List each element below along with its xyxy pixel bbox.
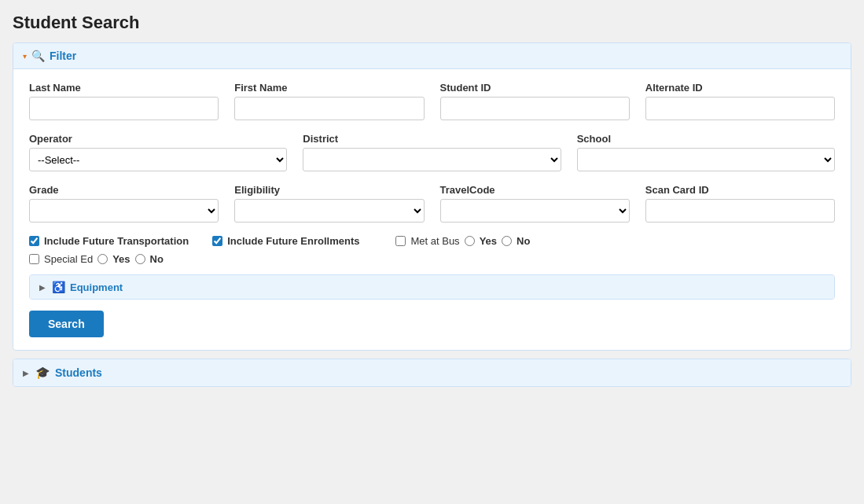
special-ed-yes-group: Yes — [97, 253, 130, 265]
page-title: Student Search — [13, 13, 851, 33]
equipment-chevron-icon: ▶ — [39, 283, 46, 292]
operator-label: Operator — [29, 133, 287, 145]
special-ed-label: Special Ed — [44, 253, 93, 265]
travelcode-group: TravelCode — [440, 184, 630, 223]
last-name-label: Last Name — [29, 82, 219, 94]
filter-chevron-icon: ▾ — [23, 52, 27, 61]
search-button[interactable]: Search — [29, 311, 104, 337]
scan-card-id-group: Scan Card ID — [645, 184, 835, 223]
school-select[interactable] — [577, 148, 835, 171]
met-at-bus-yes-group: Yes — [465, 235, 497, 247]
eligibility-label: Eligibility — [234, 184, 424, 196]
equipment-panel-header[interactable]: ▶ ♿ Equipment — [30, 275, 834, 299]
school-label: School — [577, 133, 835, 145]
met-at-bus-section: Met at Bus Yes No — [395, 235, 530, 247]
alternate-id-input[interactable] — [645, 97, 835, 120]
alternate-id-label: Alternate ID — [645, 82, 835, 94]
district-select[interactable] — [303, 148, 561, 171]
wheelchair-icon: ♿ — [52, 281, 65, 293]
special-ed-checkbox[interactable] — [29, 254, 39, 264]
student-id-label: Student ID — [440, 82, 630, 94]
equipment-panel: ▶ ♿ Equipment — [29, 274, 835, 300]
operator-select[interactable]: --Select-- — [29, 148, 287, 171]
met-at-bus-yes-label: Yes — [480, 235, 497, 247]
travelcode-label: TravelCode — [440, 184, 630, 196]
eligibility-select[interactable] — [234, 199, 424, 223]
include-future-transport-group: Include Future Transportation — [29, 235, 189, 247]
met-at-bus-yes-radio[interactable] — [465, 236, 475, 246]
form-row-names: Last Name First Name Student ID Alternat… — [29, 82, 835, 120]
filter-panel-body: Last Name First Name Student ID Alternat… — [13, 69, 851, 350]
special-ed-row: Special Ed Yes No — [29, 253, 835, 265]
alternate-id-group: Alternate ID — [645, 82, 835, 120]
checkboxes-row-1: Include Future Transportation Include Fu… — [29, 235, 835, 247]
include-future-transport-checkbox[interactable] — [29, 236, 39, 246]
include-future-enrollments-group: Include Future Enrollments — [212, 235, 359, 247]
grade-label: Grade — [29, 184, 219, 196]
eligibility-group: Eligibility — [234, 184, 424, 223]
student-id-input[interactable] — [440, 97, 630, 120]
filter-panel: ▾ 🔍 Filter Last Name First Name Student … — [13, 42, 851, 351]
special-ed-no-group: No — [135, 253, 164, 265]
students-panel-title: Students — [55, 366, 102, 379]
grade-group: Grade — [29, 184, 219, 223]
include-future-enrollments-checkbox[interactable] — [212, 236, 222, 246]
search-icon: 🔍 — [31, 50, 45, 62]
scan-card-id-label: Scan Card ID — [645, 184, 835, 196]
form-row-grade: Grade Eligibility TravelCode Scan Card I… — [29, 184, 835, 223]
met-at-bus-label: Met at Bus — [410, 235, 459, 247]
operator-group: Operator --Select-- — [29, 133, 287, 171]
grade-select[interactable] — [29, 199, 219, 223]
last-name-input[interactable] — [29, 97, 219, 120]
district-group: District — [303, 133, 561, 171]
first-name-group: First Name — [234, 82, 424, 120]
district-label: District — [303, 133, 561, 145]
travelcode-select[interactable] — [440, 199, 630, 223]
met-at-bus-checkbox[interactable] — [395, 236, 406, 246]
scan-card-id-input[interactable] — [645, 199, 835, 223]
filter-panel-header[interactable]: ▾ 🔍 Filter — [13, 43, 851, 69]
first-name-label: First Name — [234, 82, 424, 94]
met-at-bus-no-label: No — [517, 235, 530, 247]
students-icon: 🎓 — [35, 366, 50, 380]
first-name-input[interactable] — [234, 97, 424, 120]
school-group: School — [577, 133, 835, 171]
last-name-group: Last Name — [29, 82, 219, 120]
special-ed-no-label: No — [150, 253, 164, 265]
include-future-transport-label: Include Future Transportation — [44, 235, 189, 247]
special-ed-yes-label: Yes — [112, 253, 130, 265]
include-future-enrollments-label: Include Future Enrollments — [227, 235, 359, 247]
special-ed-no-radio[interactable] — [135, 254, 145, 264]
met-at-bus-no-group: No — [502, 235, 530, 247]
student-id-group: Student ID — [440, 82, 630, 120]
met-at-bus-no-radio[interactable] — [502, 236, 512, 246]
filter-panel-title: Filter — [50, 50, 76, 62]
students-chevron-icon: ▶ — [23, 369, 29, 377]
equipment-panel-title: Equipment — [70, 281, 123, 293]
form-row-operator: Operator --Select-- District School — [29, 133, 835, 171]
students-panel: ▶ 🎓 Students — [13, 359, 851, 387]
special-ed-yes-radio[interactable] — [97, 254, 108, 264]
students-panel-header[interactable]: ▶ 🎓 Students — [13, 359, 851, 386]
